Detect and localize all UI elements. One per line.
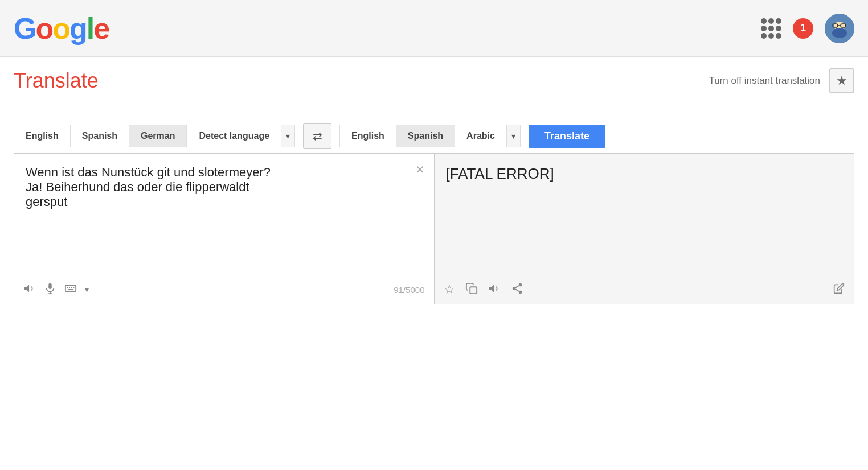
logo-letter-o2: o bbox=[52, 12, 69, 45]
target-icons: ☆ bbox=[444, 282, 523, 298]
instant-translation-area: Turn off instant translation ★ bbox=[709, 68, 854, 93]
lang-controls: English Spanish German Detect language ▾… bbox=[14, 119, 854, 153]
target-lang-english[interactable]: English bbox=[340, 125, 396, 147]
svg-marker-17 bbox=[489, 285, 493, 292]
source-lang-spanish[interactable]: Spanish bbox=[71, 125, 129, 147]
logo-letter-l: l bbox=[87, 12, 93, 45]
instant-translation-toggle[interactable]: Turn off instant translation bbox=[709, 75, 820, 86]
svg-point-19 bbox=[512, 287, 515, 290]
svg-rect-10 bbox=[65, 285, 76, 291]
notif-count: 1 bbox=[800, 22, 806, 34]
svg-line-21 bbox=[515, 289, 518, 291]
keyboard-dropdown-icon[interactable]: ▾ bbox=[85, 285, 89, 294]
char-count: 91/5000 bbox=[394, 285, 424, 295]
translate-button[interactable]: Translate bbox=[529, 125, 605, 148]
svg-rect-16 bbox=[470, 287, 477, 294]
svg-rect-7 bbox=[48, 283, 52, 288]
target-star-icon[interactable]: ☆ bbox=[444, 282, 455, 297]
logo-letter-o1: o bbox=[35, 12, 52, 45]
logo-letter-e: e bbox=[93, 12, 109, 45]
google-logo[interactable]: Google bbox=[14, 11, 109, 46]
swap-languages-button[interactable]: ⇄ bbox=[303, 123, 331, 149]
user-avatar[interactable] bbox=[825, 14, 854, 43]
favorite-button[interactable]: ★ bbox=[829, 68, 854, 93]
target-copy-icon[interactable] bbox=[465, 282, 478, 298]
target-lang-dropdown[interactable]: ▾ bbox=[506, 125, 520, 147]
target-speaker-icon[interactable] bbox=[488, 282, 501, 298]
logo-letter-g: G bbox=[14, 12, 35, 45]
target-lang-spanish[interactable]: Spanish bbox=[396, 125, 455, 147]
source-footer: ▾ 91/5000 bbox=[14, 275, 434, 304]
source-lang-bar: English Spanish German Detect language ▾ bbox=[14, 125, 295, 147]
source-keyboard-icon[interactable] bbox=[64, 282, 77, 298]
source-mic-icon[interactable] bbox=[44, 282, 56, 298]
source-icons: ▾ bbox=[23, 282, 89, 298]
translated-text: [FATAL ERROR] bbox=[435, 154, 854, 194]
source-lang-german[interactable]: German bbox=[129, 125, 187, 147]
logo-letter-g2: g bbox=[69, 12, 87, 45]
source-speaker-icon[interactable] bbox=[23, 282, 36, 298]
svg-point-18 bbox=[518, 283, 522, 286]
target-share-icon[interactable] bbox=[511, 282, 523, 298]
panel-wrapper: Wenn ist das Nunstück git und slotermeye… bbox=[14, 153, 854, 304]
svg-marker-6 bbox=[24, 285, 29, 292]
star-icon: ★ bbox=[836, 73, 847, 88]
svg-point-20 bbox=[518, 290, 522, 294]
close-icon: ✕ bbox=[415, 163, 425, 176]
target-edit-icon[interactable] bbox=[833, 283, 845, 297]
notification-badge[interactable]: 1 bbox=[793, 18, 813, 39]
clear-source-button[interactable]: ✕ bbox=[415, 163, 425, 176]
swap-icon: ⇄ bbox=[313, 129, 322, 143]
source-lang-english[interactable]: English bbox=[14, 125, 71, 147]
translate-area: English Spanish German Detect language ▾… bbox=[0, 105, 868, 318]
header-right: 1 bbox=[761, 14, 854, 43]
target-lang-arabic[interactable]: Arabic bbox=[455, 125, 506, 147]
source-panel: Wenn ist das Nunstück git und slotermeye… bbox=[14, 154, 435, 304]
target-footer: ☆ bbox=[435, 275, 854, 304]
header: Google 1 bbox=[0, 0, 868, 57]
target-lang-bar: English Spanish Arabic ▾ bbox=[339, 125, 521, 147]
source-lang-dropdown[interactable]: ▾ bbox=[281, 125, 294, 147]
apps-icon[interactable] bbox=[761, 18, 781, 39]
svg-point-5 bbox=[832, 28, 847, 38]
subtitle-bar: Translate Turn off instant translation ★ bbox=[0, 57, 868, 105]
page-title: Translate bbox=[14, 69, 99, 93]
source-lang-detect[interactable]: Detect language bbox=[187, 125, 281, 147]
svg-line-22 bbox=[515, 285, 518, 287]
target-panel: [FATAL ERROR] ☆ bbox=[435, 154, 854, 304]
